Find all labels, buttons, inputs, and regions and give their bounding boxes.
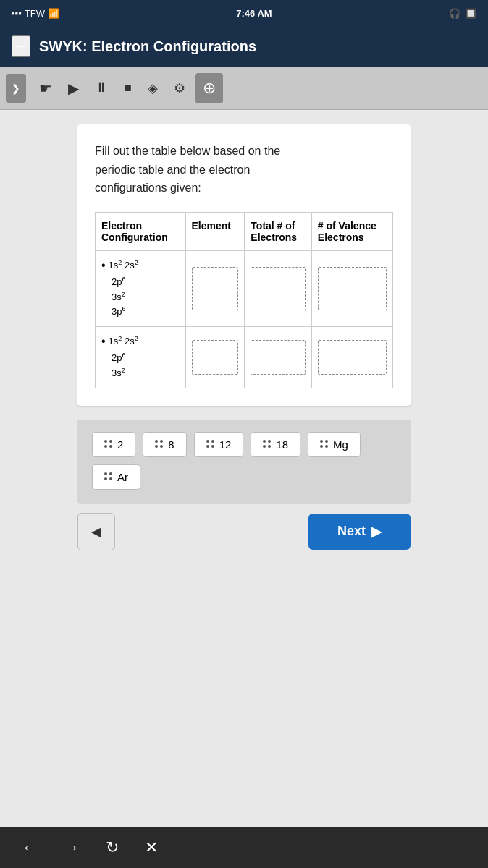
content-card: Fill out the table below based on the pe… (77, 124, 411, 406)
browser-refresh-icon: ↻ (106, 838, 119, 857)
element-input-2[interactable] (185, 327, 245, 388)
status-bar: ▪▪▪ TFW 📶 7:46 AM 🎧 🔲 (0, 0, 488, 26)
tile-label: Ar (117, 471, 128, 483)
answer-tile-2[interactable]: 2 (92, 432, 135, 457)
tile-label: Mg (333, 438, 348, 451)
config-cell-1: • 1s2 2s2 2p6 3s2 3p6 (96, 250, 186, 326)
valence-input-2[interactable] (311, 327, 392, 388)
total-dropzone-1[interactable] (251, 267, 306, 310)
wifi-icon: 📶 (48, 8, 59, 19)
col-header-valence: # of ValenceElectrons (311, 212, 392, 250)
next-button[interactable]: Next ▶ (308, 514, 411, 550)
instructions: Fill out the table below based on the pe… (95, 142, 393, 197)
valence-dropzone-1[interactable] (318, 267, 387, 310)
bullet-2: • (101, 333, 106, 350)
config-line-1c: 3s2 (112, 290, 125, 305)
drag-handle (206, 440, 215, 448)
pause-button[interactable]: ⏸ (89, 76, 114, 100)
prev-icon: ◀ (91, 524, 101, 540)
header: ← SWYK: Electron Configurations (0, 26, 488, 67)
table-row: • 1s2 2s2 2p6 3s2 (96, 327, 393, 388)
config-line-2c: 3s2 (112, 366, 125, 380)
play-button[interactable]: ▶ (62, 75, 85, 101)
valence-dropzone-2[interactable] (318, 340, 387, 375)
status-carrier: ▪▪▪ TFW 📶 (12, 8, 59, 19)
next-arrow-icon: ▶ (371, 524, 382, 540)
back-button[interactable]: ← (12, 35, 30, 57)
answer-tile-8[interactable]: 8 (143, 432, 186, 457)
main-content: Fill out the table below based on the pe… (0, 110, 488, 827)
config-cell-2: • 1s2 2s2 2p6 3s2 (96, 327, 186, 388)
captions-button[interactable]: ◈ (142, 76, 164, 101)
status-right: 🎧 🔲 (449, 8, 476, 19)
drag-handle (104, 440, 113, 448)
instruction-line3: configurations given: (95, 182, 201, 194)
chevron-left-icon[interactable]: ❯ (6, 74, 26, 103)
signal-icon: ▪▪▪ (12, 8, 22, 19)
page-title: SWYK: Electron Configurations (39, 38, 256, 55)
browser-back-button[interactable]: ← (17, 834, 42, 861)
config-line-1a: 1s2 2s2 (109, 258, 138, 273)
total-input-2[interactable] (245, 327, 312, 388)
drag-handle (104, 472, 113, 481)
tile-label: 12 (219, 438, 232, 451)
answer-tile-18[interactable]: 18 (251, 432, 300, 457)
config-line-1d: 3p6 (112, 305, 125, 319)
valence-input-1[interactable] (311, 250, 392, 326)
nav-bar: ◀ Next ▶ (77, 513, 411, 565)
tile-label: 8 (168, 438, 174, 451)
next-label: Next (337, 524, 366, 539)
browser-forward-button[interactable]: → (59, 834, 84, 861)
config-line-2b: 2p6 (112, 351, 125, 365)
prev-button[interactable]: ◀ (77, 513, 115, 550)
table-row: • 1s2 2s2 2p6 3s2 3p6 (96, 250, 393, 326)
answer-tile-mg[interactable]: Mg (308, 432, 361, 457)
answer-bank: 2 8 12 18 (77, 420, 411, 504)
element-dropzone-1[interactable] (192, 267, 239, 310)
electron-table: ElectronConfiguration Element Total # of… (95, 212, 393, 388)
browser-forward-icon: → (64, 838, 80, 857)
browser-close-icon: ✕ (145, 838, 158, 857)
total-input-1[interactable] (245, 250, 312, 326)
tile-label: 18 (276, 438, 288, 451)
stop-button[interactable]: ■ (118, 76, 138, 100)
browser-back-icon: ← (22, 838, 38, 857)
col-header-element: Element (185, 212, 245, 250)
settings-button[interactable]: ⚙ (168, 76, 191, 101)
move-button[interactable]: ⊕ (195, 73, 223, 103)
answer-tile-12[interactable]: 12 (194, 432, 244, 457)
bottom-nav: ← → ↻ ✕ (0, 827, 488, 868)
carrier-label: TFW (25, 8, 45, 19)
instruction-line2: periodic table and the electron (95, 163, 250, 176)
answer-tile-ar[interactable]: Ar (92, 464, 140, 490)
element-input-1[interactable] (185, 250, 245, 326)
browser-refresh-button[interactable]: ↻ (101, 834, 123, 861)
config-line-1b: 2p6 (112, 275, 125, 289)
drag-handle (263, 440, 272, 448)
browser-close-button[interactable]: ✕ (140, 834, 162, 861)
battery-icon: 🔲 (465, 8, 476, 19)
bullet-1: • (101, 257, 106, 274)
tile-label: 2 (117, 438, 123, 451)
headphone-icon: 🎧 (449, 8, 460, 19)
status-time: 7:46 AM (236, 8, 272, 19)
instruction-line1: Fill out the table below based on the (95, 145, 280, 157)
col-header-config: ElectronConfiguration (96, 212, 186, 250)
element-dropzone-2[interactable] (192, 340, 239, 375)
config-line-2a: 1s2 2s2 (109, 334, 138, 349)
drag-handle (320, 440, 329, 448)
toolbar: ❯ ☛ ▶ ⏸ ■ ◈ ⚙ ⊕ (0, 67, 488, 110)
total-dropzone-2[interactable] (251, 340, 306, 375)
col-header-total: Total # ofElectrons (245, 212, 312, 250)
drag-handle (155, 440, 164, 448)
hand-tool-button[interactable]: ☛ (33, 75, 58, 101)
